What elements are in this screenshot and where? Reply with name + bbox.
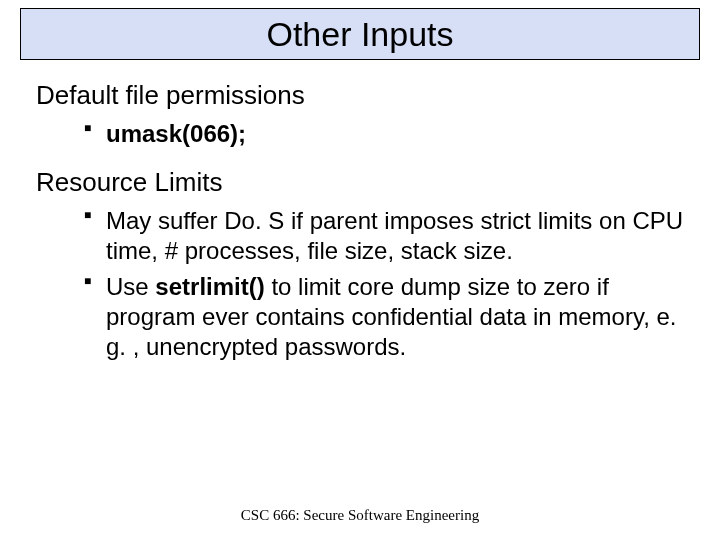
slide-footer: CSC 666: Secure Software Engineering: [0, 507, 720, 524]
slide-title: Other Inputs: [266, 15, 453, 54]
bullet-item: May suffer Do. S if parent imposes stric…: [84, 206, 684, 266]
content-area: Default file permissions umask(066); Res…: [36, 80, 684, 380]
slide: Other Inputs Default file permissions um…: [0, 0, 720, 540]
title-band: Other Inputs: [20, 8, 700, 60]
section-heading: Resource Limits: [36, 167, 684, 198]
bullet-list: May suffer Do. S if parent imposes stric…: [36, 206, 684, 362]
bullet-item: Use setrlimit() to limit core dump size …: [84, 272, 684, 362]
bullet-item: umask(066);: [84, 119, 684, 149]
bullet-text: May suffer Do. S if parent imposes stric…: [106, 207, 683, 264]
bullet-text: umask(066);: [106, 120, 246, 147]
bullet-list: umask(066);: [36, 119, 684, 149]
bullet-text-bold: setrlimit(): [155, 273, 264, 300]
section-heading: Default file permissions: [36, 80, 684, 111]
bullet-text-prefix: Use: [106, 273, 155, 300]
